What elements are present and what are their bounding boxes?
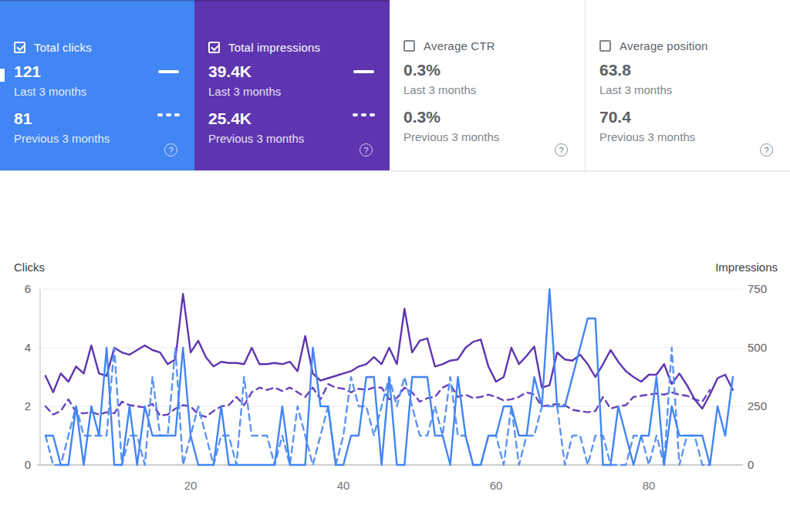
series-impressions-last-3-months <box>46 294 733 409</box>
card-average-position[interactable]: Average position 63.8 Last 3 months 70.4… <box>585 0 790 170</box>
svg-text:40: 40 <box>337 479 350 492</box>
svg-text:750: 750 <box>748 282 767 295</box>
svg-text:2: 2 <box>25 399 31 412</box>
secondary-period: Previous 3 months <box>599 131 790 143</box>
secondary-value: 70.4 <box>599 109 790 126</box>
svg-text:80: 80 <box>643 479 656 492</box>
card-label: Total clicks <box>34 41 92 54</box>
svg-text:250: 250 <box>748 399 767 412</box>
edge-notch <box>0 69 5 82</box>
line-chart-svg[interactable]: 0246025050075020406080ClicksImpressions <box>0 254 790 509</box>
card-label: Average position <box>620 39 708 52</box>
svg-text:4: 4 <box>25 341 31 354</box>
card-average-ctr[interactable]: Average CTR 0.3% Last 3 months 0.3% Prev… <box>390 0 585 170</box>
card-total-impressions[interactable]: Total impressions 39.4K Last 3 months 25… <box>194 0 390 170</box>
total-clicks-checkbox[interactable] <box>14 42 25 53</box>
primary-period: Last 3 months <box>403 84 585 96</box>
help-icon[interactable]: ? <box>760 143 773 157</box>
average-position-checkbox[interactable] <box>599 40 611 52</box>
svg-text:Impressions: Impressions <box>715 261 778 274</box>
secondary-value: 0.3% <box>403 109 585 126</box>
primary-period: Last 3 months <box>208 86 390 97</box>
metric-cards-row: Total clicks 121 Last 3 months 81 Previo… <box>0 0 790 171</box>
secondary-period: Previous 3 months <box>208 133 390 144</box>
svg-text:Clicks: Clicks <box>14 261 45 274</box>
primary-value: 0.3% <box>403 62 585 79</box>
solid-line-indicator <box>353 70 374 73</box>
secondary-period: Previous 3 months <box>403 131 585 143</box>
card-total-clicks[interactable]: Total clicks 121 Last 3 months 81 Previo… <box>0 0 194 170</box>
dashed-line-indicator <box>353 113 375 116</box>
series-clicks-last-3-months <box>46 289 733 465</box>
help-icon[interactable]: ? <box>164 143 177 157</box>
card-label: Average CTR <box>424 39 495 52</box>
performance-chart[interactable]: 0246025050075020406080ClicksImpressions <box>0 254 790 509</box>
average-ctr-checkbox[interactable] <box>403 40 415 52</box>
svg-text:60: 60 <box>490 479 503 492</box>
card-label: Total impressions <box>228 41 320 54</box>
svg-text:6: 6 <box>25 282 31 295</box>
primary-period: Last 3 months <box>599 84 790 96</box>
primary-value: 63.8 <box>599 62 790 79</box>
help-icon[interactable]: ? <box>360 143 373 157</box>
total-impressions-checkbox[interactable] <box>208 42 220 53</box>
solid-line-indicator <box>158 70 179 73</box>
secondary-period: Previous 3 months <box>14 133 194 144</box>
svg-text:0: 0 <box>25 458 31 471</box>
svg-text:500: 500 <box>748 341 767 354</box>
svg-text:0: 0 <box>748 458 754 471</box>
help-icon[interactable]: ? <box>555 143 568 157</box>
dashed-line-indicator <box>157 113 180 116</box>
primary-period: Last 3 months <box>14 86 194 97</box>
svg-text:20: 20 <box>184 479 198 492</box>
